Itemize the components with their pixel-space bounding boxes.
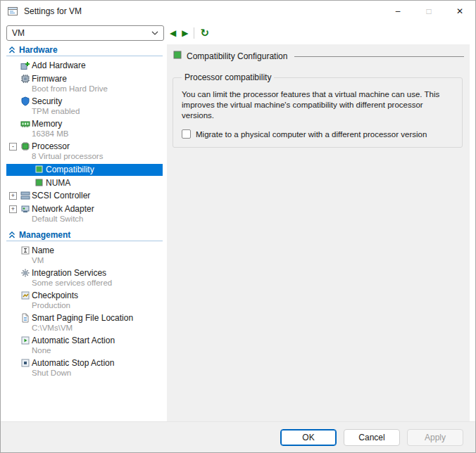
panel-header: Compatibility Configuration	[173, 49, 464, 68]
migrate-checkbox-row[interactable]: Migrate to a physical computer with a di…	[182, 129, 455, 139]
sidebar-item-label: SCSI Controller	[32, 191, 163, 201]
sidebar-item-numa[interactable]: NUMA	[6, 177, 163, 189]
chevron-down-icon	[151, 31, 158, 35]
ok-button[interactable]: OK	[280, 429, 337, 446]
sidebar-item-label: NUMA	[46, 178, 163, 189]
group-title: Processor compatibility	[182, 72, 274, 82]
auto-stop-icon	[20, 358, 30, 368]
sidebar-item-name[interactable]: Name VM	[6, 245, 163, 265]
sidebar-item-processor[interactable]: - Processor 8 Virtual processors	[6, 141, 163, 161]
window-title: Settings for VM	[24, 6, 82, 16]
title-bar: Settings for VM – □ ✕	[1, 1, 475, 22]
settings-detail-panel: Compatibility Configuration Processor co…	[167, 44, 470, 421]
sidebar-item-sublabel: C:\VMs\VM	[32, 324, 163, 333]
sidebar-section-management[interactable]: Management	[6, 229, 163, 241]
sidebar-item-integration-services[interactable]: Integration Services Some services offer…	[6, 268, 163, 288]
toolbar-separator	[194, 27, 194, 39]
sidebar-item-label: Memory	[32, 119, 163, 129]
sidebar-item-sublabel: Default Switch	[32, 215, 163, 224]
sidebar-item-sublabel: Shut Down	[32, 369, 163, 378]
sidebar-item-sublabel: 8 Virtual processors	[32, 152, 163, 161]
cancel-button[interactable]: Cancel	[344, 429, 400, 446]
shield-icon	[20, 96, 30, 106]
sidebar-item-sublabel: Boot from Hard Drive	[32, 84, 163, 94]
sidebar-item-add-hardware[interactable]: Add Hardware	[6, 60, 163, 71]
sidebar-item-sublabel: Production	[32, 301, 163, 310]
expand-expander-icon[interactable]: +	[9, 192, 17, 200]
sidebar-item-label: Checkpoints	[32, 291, 163, 301]
add-hardware-icon	[20, 60, 30, 70]
sidebar-item-scsi-controller[interactable]: + SCSI Controller	[6, 191, 163, 201]
sidebar-item-smart-paging[interactable]: Smart Paging File Location C:\VMs\VM	[6, 313, 163, 333]
sidebar-item-firmware[interactable]: Firmware Boot from Hard Drive	[6, 74, 163, 94]
integration-services-icon	[20, 268, 30, 278]
sidebar-item-compatibility[interactable]: Compatibility	[6, 164, 163, 176]
smart-paging-icon	[20, 313, 30, 323]
maximize-button: □	[413, 1, 444, 22]
apply-button: Apply	[407, 429, 463, 446]
sidebar-item-label: Compatibility	[46, 165, 163, 175]
numa-icon	[35, 177, 44, 187]
sidebar-item-label: Add Hardware	[32, 60, 163, 71]
sidebar-item-label: Name	[32, 245, 163, 256]
forward-icon[interactable]: ▶	[182, 25, 188, 41]
sidebar-item-network-adapter[interactable]: + Network Adapter Default Switch	[6, 204, 163, 224]
toolbar: VM ◀ ▶ ↻	[1, 22, 475, 44]
firmware-icon	[20, 74, 30, 84]
expand-expander-icon[interactable]: +	[9, 205, 17, 213]
sidebar-item-auto-start[interactable]: Automatic Start Action None	[6, 336, 163, 355]
compatibility-icon	[173, 50, 182, 63]
minimize-button[interactable]: –	[382, 1, 413, 22]
section-header-label: Hardware	[19, 45, 58, 55]
navigation-bar: ◀ ▶ ↻	[170, 25, 209, 41]
auto-start-icon	[20, 336, 30, 345]
vm-selector-dropdown[interactable]: VM	[6, 25, 164, 41]
sidebar-item-label: Network Adapter	[32, 204, 163, 215]
sidebar-item-security[interactable]: Security TPM enabled	[6, 96, 163, 116]
sidebar-item-memory[interactable]: Memory 16384 MB	[6, 119, 163, 139]
refresh-icon[interactable]: ↻	[200, 25, 209, 41]
network-adapter-icon	[20, 204, 30, 214]
sidebar-item-sublabel: None	[32, 346, 163, 355]
sidebar-item-label: Firmware	[32, 74, 163, 84]
sidebar-item-label: Automatic Start Action	[32, 336, 163, 346]
migrate-checkbox[interactable]	[182, 129, 191, 139]
sidebar-item-sublabel: 16384 MB	[32, 129, 163, 139]
footer-bar: OK Cancel Apply	[1, 421, 475, 452]
header-rule	[294, 56, 464, 57]
collapse-chevrons-icon	[8, 231, 16, 242]
sidebar-item-label: Processor	[32, 141, 163, 152]
close-button[interactable]: ✕	[444, 1, 475, 22]
settings-window: Settings for VM – □ ✕ VM ◀ ▶ ↻ Hardware	[0, 0, 476, 453]
migrate-checkbox-label: Migrate to a physical computer with a di…	[196, 130, 427, 139]
panel-title: Compatibility Configuration	[187, 51, 287, 61]
sidebar-item-label: Smart Paging File Location	[32, 313, 163, 324]
sidebar-item-label: Security	[32, 96, 163, 107]
memory-icon	[20, 119, 30, 129]
collapse-chevrons-icon	[8, 46, 16, 57]
sidebar-item-label: Integration Services	[32, 268, 163, 279]
compatibility-icon	[35, 164, 44, 174]
sidebar-item-label: Automatic Stop Action	[32, 358, 163, 369]
scsi-controller-icon	[20, 191, 30, 200]
sidebar-item-checkpoints[interactable]: Checkpoints Production	[6, 291, 163, 310]
name-icon	[20, 245, 30, 255]
back-icon[interactable]: ◀	[170, 25, 176, 41]
collapse-expander-icon[interactable]: -	[9, 143, 17, 151]
section-header-label: Management	[19, 230, 70, 240]
sidebar-item-sublabel: VM	[32, 256, 163, 265]
sidebar-item-sublabel: TPM enabled	[32, 107, 163, 116]
sidebar-item-sublabel: Some services offered	[32, 279, 163, 288]
processor-compatibility-group: Processor compatibility You can limit th…	[173, 72, 463, 148]
settings-tree-sidebar: Hardware Add Hardware Firmware Boot from…	[6, 44, 163, 421]
settings-app-icon	[7, 6, 18, 17]
sidebar-section-hardware[interactable]: Hardware	[6, 44, 163, 56]
processor-icon	[20, 141, 30, 151]
sidebar-item-auto-stop[interactable]: Automatic Stop Action Shut Down	[6, 358, 163, 378]
vm-selector-value: VM	[12, 28, 25, 38]
group-description: You can limit the processor features tha…	[182, 89, 453, 121]
checkpoints-icon	[20, 291, 30, 300]
